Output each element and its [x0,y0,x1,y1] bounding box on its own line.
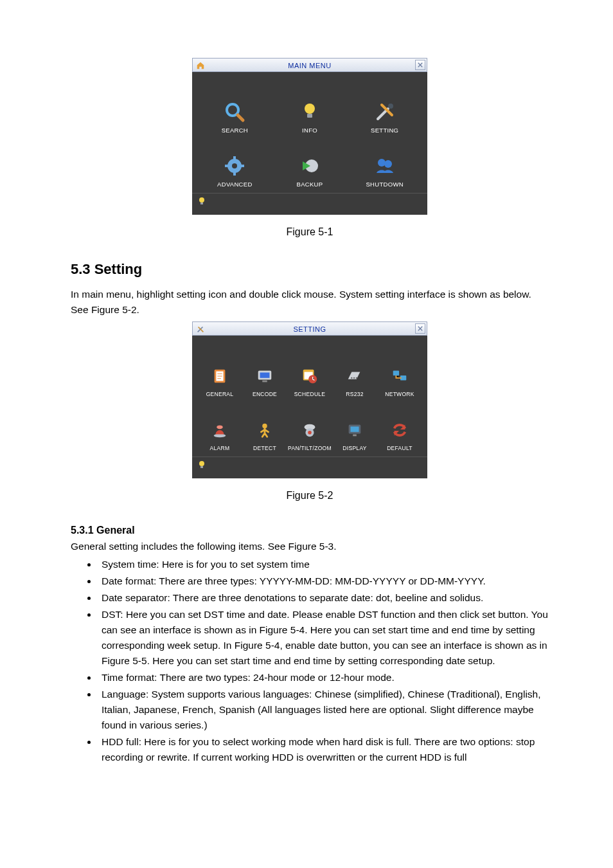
svg-rect-18 [260,372,270,377]
alarm-item[interactable]: ALARM [197,401,242,451]
close-button[interactable] [415,60,425,70]
menu-label: DEFAULT [387,445,413,451]
encode-item[interactable]: ENCODE [242,347,287,397]
menu-label: ALARM [210,445,230,451]
svg-rect-14 [200,203,203,204]
menu-label: PAN/TILT/ZOOM [288,445,332,451]
ptz-item[interactable]: PAN/TILT/ZOOM [287,401,332,451]
schedule-item[interactable]: SCHEDULE [287,347,332,397]
window-titlebar: SETTING [192,321,427,336]
menu-label: INFO [302,127,317,134]
svg-rect-6 [233,156,236,160]
gear-icon [224,155,245,177]
advanced-item[interactable]: ADVANCED [197,138,272,188]
menu-label: SEARCH [222,127,248,134]
monitor-icon [254,365,276,387]
menu-label: BACKUP [297,181,323,188]
window-footer [192,193,427,215]
svg-point-23 [351,377,352,379]
display-icon [344,419,366,441]
general-bullet-list: System time: Here is for you to set syst… [71,557,549,765]
reset-arrows-icon [389,419,411,441]
detect-item[interactable]: DETECT [242,401,287,451]
svg-point-3 [388,104,393,109]
menu-label: RS232 [346,391,364,397]
setting-window: SETTING GENERAL [192,321,427,478]
search-item[interactable]: SEARCH [197,84,272,134]
lightbulb-hint-icon [197,196,206,207]
setting-item[interactable]: SETTING [347,84,422,134]
close-button[interactable] [415,323,425,334]
main-menu-grid: SEARCH INFO SETTING [197,84,422,188]
power-users-icon [374,155,396,177]
svg-point-12 [384,160,392,168]
window-footer [192,457,427,478]
main-menu-window: MAIN MENU SEARCH [192,58,427,215]
tools-icon [374,101,396,123]
list-item: Language: System supports various langua… [98,687,549,733]
menu-label: ENCODE [253,391,277,397]
menu-label: DETECT [253,445,276,451]
window-title: SETTING [193,322,427,336]
motion-person-icon [254,419,276,441]
general-item[interactable]: GENERAL [197,347,242,397]
svg-rect-19 [262,381,267,383]
menu-label: ADVANCED [217,181,252,188]
svg-point-1 [305,104,315,114]
rs232-item[interactable]: RS232 [332,347,377,397]
svg-point-37 [199,461,204,466]
menu-label: SETTING [371,127,398,134]
list-item: Date separator: There are three denotati… [98,590,549,606]
ptz-camera-icon [299,419,321,441]
svg-point-29 [217,426,222,429]
menu-label: GENERAL [206,391,234,397]
svg-point-13 [199,197,204,203]
window-body: GENERAL ENCODE SCHEDULE [192,336,427,457]
window-titlebar: MAIN MENU [192,58,427,72]
menu-label: SHUTDOWN [366,181,403,188]
menu-label: NETWORK [385,391,414,397]
svg-rect-35 [350,426,359,431]
subsection-intro: General setting includes the following i… [71,539,549,554]
svg-rect-36 [353,435,357,437]
info-item[interactable]: INFO [272,84,348,134]
svg-rect-38 [200,466,203,468]
svg-rect-26 [393,371,399,375]
lightbulb-hint-icon [197,460,206,471]
play-disk-icon [299,155,321,177]
tools-small-icon [195,324,206,334]
document-page: MAIN MENU SEARCH [0,0,613,805]
svg-rect-7 [233,172,236,176]
bulb-icon [299,101,321,123]
network-item[interactable]: NETWORK [377,347,422,397]
subsection-heading: 5.3.1 General [71,525,549,536]
figure-5-2: SETTING GENERAL [71,321,549,502]
list-item: HDD full: Here is for you to select work… [98,734,549,765]
svg-point-24 [353,377,355,379]
window-title: MAIN MENU [193,59,427,73]
calendar-clock-icon [299,365,321,387]
alarm-light-icon [209,419,231,441]
house-icon [195,60,206,71]
figure-5-1: MAIN MENU SEARCH [71,58,549,238]
list-item: Date format: There are three types: YYYY… [98,574,549,589]
menu-label: DISPLAY [342,445,366,451]
list-item: Time format: There are two types: 24-hou… [98,670,549,685]
clipboard-icon [209,365,231,387]
serial-port-icon [344,365,366,387]
section-intro: In main menu, highlight setting icon and… [71,287,549,318]
svg-point-33 [308,431,312,435]
setting-grid: GENERAL ENCODE SCHEDULE [197,347,422,451]
list-item: System time: Here is for you to set syst… [98,557,549,572]
shutdown-item[interactable]: SHUTDOWN [347,138,422,188]
svg-point-5 [232,163,237,168]
network-icon [389,365,411,387]
svg-rect-9 [240,165,244,167]
backup-item[interactable]: BACKUP [272,138,348,188]
figure-caption: Figure 5-2 [71,490,549,502]
default-item[interactable]: DEFAULT [377,401,422,451]
svg-point-25 [356,377,357,379]
magnifier-icon [224,101,245,123]
svg-point-11 [378,159,386,167]
display-item[interactable]: DISPLAY [332,401,377,451]
